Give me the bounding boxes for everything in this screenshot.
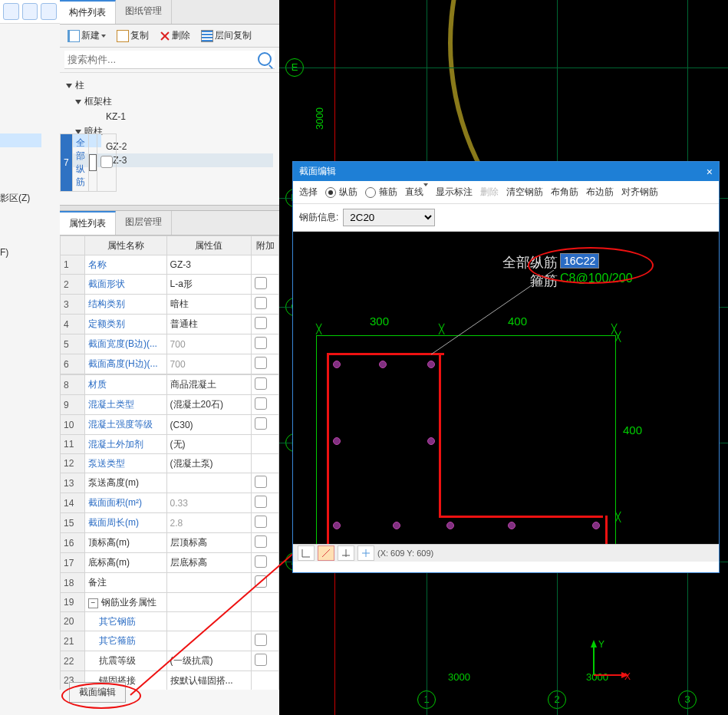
tab-drawing-mgmt[interactable]: 图纸管理: [116, 0, 172, 24]
close-icon[interactable]: ×: [707, 166, 713, 178]
prop-value[interactable]: 按默认锚固搭...: [166, 671, 252, 690]
tree-kz1[interactable]: KZ-1: [66, 110, 273, 124]
prop-name[interactable]: 顶标高(m): [84, 533, 166, 553]
prop-extra[interactable]: [252, 651, 279, 671]
section-edit-button[interactable]: 截面编辑: [69, 682, 126, 703]
prop-value[interactable]: 2.8: [166, 513, 252, 533]
table-row[interactable]: 11混凝土外加剂(无): [61, 435, 279, 454]
tab-property-list[interactable]: 属性列表: [60, 211, 116, 235]
checkbox[interactable]: [255, 357, 267, 369]
prop-extra[interactable]: [252, 631, 279, 651]
show-label-tool[interactable]: 显示标注: [436, 186, 473, 199]
prop-name[interactable]: 混凝土外加剂: [84, 435, 166, 454]
layer-copy-button[interactable]: 层间复制: [198, 28, 255, 44]
select-tool[interactable]: 选择: [299, 186, 318, 199]
new-button[interactable]: 新建: [64, 28, 109, 44]
prop-extra[interactable]: [252, 315, 279, 334]
checkbox[interactable]: [255, 397, 267, 410]
prop-value[interactable]: [166, 573, 252, 593]
table-row[interactable]: 3结构类别暗柱: [61, 295, 279, 315]
table-row[interactable]: 2截面形状L-a形: [61, 275, 279, 295]
checkbox[interactable]: [255, 417, 267, 430]
prop-name[interactable]: 底标高(m): [84, 553, 166, 573]
prop-value[interactable]: 商品混凝土: [166, 375, 252, 395]
prop-value[interactable]: (混凝土20石): [166, 395, 252, 415]
prop-extra[interactable]: [252, 275, 279, 295]
table-row[interactable]: 17底标高(m)层底标高: [61, 553, 279, 573]
prop-value[interactable]: L-a形: [166, 275, 252, 295]
table-row[interactable]: 18备注: [61, 573, 279, 593]
prop-name[interactable]: 截面高度(H边)(...: [84, 354, 166, 374]
table-row[interactable]: 6截面高度(H边)(...700: [61, 354, 279, 374]
splitter[interactable]: [60, 205, 279, 211]
prop-extra[interactable]: [252, 473, 279, 493]
prop-extra[interactable]: [252, 334, 279, 354]
prop-name[interactable]: 截面形状: [84, 275, 166, 295]
prop-name[interactable]: 材质: [84, 375, 166, 395]
prop-extra[interactable]: [252, 454, 279, 473]
sb-btn-1[interactable]: [298, 545, 315, 561]
prop-name[interactable]: 其它箍筋: [84, 631, 166, 651]
checkbox[interactable]: [255, 277, 267, 289]
rebar-info-select[interactable]: 2C20: [343, 209, 435, 226]
table-row[interactable]: 16顶标高(m)层顶标高: [61, 533, 279, 553]
table-row[interactable]: 15截面周长(m)2.8: [61, 513, 279, 533]
tab-component-list[interactable]: 构件列表: [60, 0, 116, 24]
delete-button[interactable]: 删除: [156, 28, 193, 44]
prop-value[interactable]: 700: [166, 334, 252, 354]
prop-value[interactable]: 层顶标高: [166, 533, 252, 553]
prop-extra[interactable]: [252, 255, 279, 275]
prop-extra[interactable]: [252, 493, 279, 513]
clear-rebar-tool[interactable]: 清空钢筋: [506, 186, 543, 199]
sb-btn-3[interactable]: [338, 545, 354, 561]
prop-value[interactable]: (C30): [166, 415, 252, 435]
annot-edit-field[interactable]: 16C22: [560, 253, 599, 269]
table-row[interactable]: 10混凝土强度等级(C30): [61, 415, 279, 435]
tree-frame-column[interactable]: 框架柱: [66, 94, 273, 110]
table-row[interactable]: 20其它钢筋: [61, 612, 279, 631]
table-row[interactable]: 21其它箍筋: [61, 631, 279, 651]
prop-name[interactable]: 抗震等级: [84, 651, 166, 671]
prop-extra[interactable]: [252, 354, 279, 374]
rail-btn-2[interactable]: [22, 3, 38, 20]
prop-extra[interactable]: [252, 395, 279, 415]
edge-rebar-tool[interactable]: 布边筋: [586, 186, 614, 199]
prop-extra[interactable]: [252, 435, 279, 454]
line-tool[interactable]: 直线: [405, 186, 428, 199]
prop-extra[interactable]: [252, 612, 279, 631]
corner-rebar-tool[interactable]: 布角筋: [551, 186, 578, 199]
prop-name[interactable]: 名称: [84, 255, 166, 275]
prop-name[interactable]: 截面宽度(B边)(...: [84, 334, 166, 354]
table-row[interactable]: 4定额类别普通柱: [61, 315, 279, 334]
prop-value[interactable]: [166, 593, 252, 612]
prop-name[interactable]: 泵送高度(m): [84, 473, 166, 493]
prop-name[interactable]: 截面周长(m): [84, 513, 166, 533]
prop-value[interactable]: 层底标高: [166, 553, 252, 573]
prop-name[interactable]: 备注: [84, 573, 166, 593]
radio-stirrup[interactable]: 箍筋: [365, 186, 397, 199]
rail-selection[interactable]: [0, 133, 41, 147]
checkbox[interactable]: [255, 654, 267, 666]
table-row[interactable]: 1名称GZ-3: [61, 255, 279, 275]
table-row[interactable]: 13泵送高度(m): [61, 473, 279, 493]
prop-value[interactable]: GZ-3: [166, 255, 252, 275]
prop-name[interactable]: 泵送类型: [84, 454, 166, 473]
prop-extra[interactable]: [252, 593, 279, 612]
table-row[interactable]: 12泵送类型(混凝土泵): [61, 454, 279, 473]
prop-name[interactable]: 截面面积(m²): [84, 493, 166, 513]
checkbox[interactable]: [255, 476, 267, 488]
prop-name[interactable]: 混凝土类型: [84, 395, 166, 415]
rail-btn-1[interactable]: [3, 3, 19, 20]
prop-extra[interactable]: [252, 513, 279, 533]
copy-button[interactable]: 复制: [114, 28, 152, 44]
radio-longitudinal[interactable]: 纵筋: [325, 186, 357, 199]
prop-name[interactable]: −钢筋业务属性: [84, 593, 166, 612]
align-rebar-tool[interactable]: 对齐钢筋: [621, 186, 658, 199]
prop-extra[interactable]: [252, 671, 279, 690]
checkbox[interactable]: [255, 555, 267, 568]
checkbox[interactable]: [255, 496, 267, 508]
tree-root-column[interactable]: 柱: [66, 77, 273, 94]
checkbox[interactable]: [255, 634, 267, 646]
tab-layer-mgmt[interactable]: 图层管理: [116, 211, 172, 235]
rail-btn-3[interactable]: [41, 3, 57, 20]
